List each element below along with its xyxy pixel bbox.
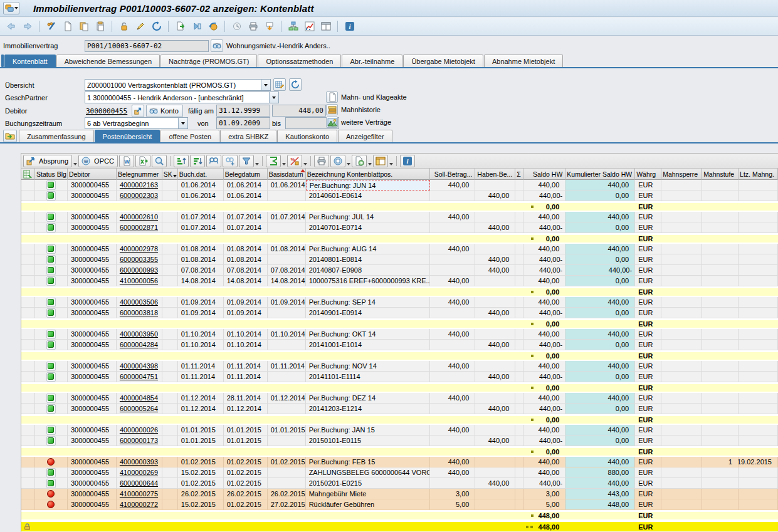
tab-abnahme-mietobjekt[interactable]: Abnahme Mietobjekt [484,55,563,67]
print-icon[interactable] [246,19,260,33]
forward-icon[interactable] [20,19,34,33]
alv-button-filter[interactable] [239,155,254,167]
menu-arrow-icon[interactable] [73,163,77,165]
subtab-anzeigefilter[interactable]: Anzeigefilter [338,130,392,142]
status-green-icon[interactable] [46,362,56,371]
beleg-link[interactable]: 4000003950 [120,330,158,338]
status-green-icon[interactable] [46,212,56,222]
tab--bergabe-mietobjekt[interactable]: Übergabe Mietobjekt [403,55,483,67]
subtab-extra-shbkz[interactable]: extra SHBKZ [220,130,276,142]
column-header-Haben-Be...[interactable]: Haben-Be... [475,169,515,180]
menu-arrow-icon[interactable] [368,163,372,165]
uebersicht-dropdown[interactable]: Z000001000 Vertragskontenblatt (PROMOS.G… [85,79,271,91]
open-amount-field[interactable]: 448,00 [272,105,326,117]
jump-icon[interactable] [132,105,144,117]
pencil-icon[interactable] [133,19,147,33]
beleg-link[interactable]: 6000000644 [120,479,158,487]
status-green-icon[interactable] [46,340,56,350]
table-row[interactable]: 3000000455600000287101.07.201401.07.2014… [21,222,778,233]
paste-page-icon[interactable] [93,19,107,33]
column-header-Saldo HW[interactable]: Saldo HW [523,169,565,180]
subtotal-row[interactable]: 0,00EUR [21,201,778,212]
status-green-icon[interactable] [46,468,56,477]
beleg-link[interactable]: 6000004284 [120,341,158,348]
beleg-link[interactable]: 6000003355 [120,256,158,263]
column-header-Währg[interactable]: Währg [635,169,661,180]
grand-total-row[interactable]: 448,00EUR [21,521,778,531]
alv-button-find-next[interactable] [223,155,238,167]
column-header-Bezeichnung Kontenblattpos.[interactable]: Bezeichnung Kontenblattpos. [306,169,431,180]
geschpartner-dropdown[interactable]: 1 3000000455 - Hendrik Anderson - [unbes… [85,91,279,103]
alv-button-sort-asc[interactable] [174,155,189,167]
alv-button-sum[interactable] [266,155,281,167]
info-icon[interactable]: i [342,19,357,33]
dropdown-arrow-icon[interactable] [178,118,187,128]
subtab-zusammenfassung[interactable]: Zusammenfassung [19,130,94,142]
beleg-link[interactable]: 4000002163 [120,181,158,189]
column-header-Belegdatum[interactable]: Belegdatum [224,169,268,180]
alv-button-excel-export[interactable] [135,155,150,167]
table-row[interactable]: 3000000455600000381801.09.201401.09.2014… [21,308,778,318]
transfer-page-icon[interactable] [173,19,187,33]
table-row[interactable]: 3000000455400000485401.12.201428.11.2014… [21,393,778,404]
status-green-icon[interactable] [46,276,56,286]
next-screen-icon[interactable] [189,19,204,33]
status-red-icon[interactable] [47,490,55,498]
table-row[interactable]: 3000000455400000216301.06.201401.06.2014… [21,180,778,190]
contract-field[interactable]: P001/10003-6607-02 [85,40,209,52]
status-green-icon[interactable] [46,298,56,307]
alv-button-jump[interactable]: Absprung [23,155,72,167]
tab-overview-icon[interactable] [3,130,17,142]
von-field[interactable]: 01.09.2009 [216,117,270,129]
alv-button-print-grid[interactable] [314,155,329,167]
beleg-link[interactable]: 4000002610 [120,213,158,221]
status-green-icon[interactable] [46,425,56,435]
beleg-link[interactable]: 4100000269 [120,469,158,476]
alv-button-find[interactable] [206,155,221,167]
tab-kontenblatt[interactable]: Kontenblatt [4,55,56,67]
status-green-icon[interactable] [46,266,56,275]
column-header-Soll-Betrag...[interactable]: Soll-Betrag... [430,169,475,180]
chart-line-icon[interactable] [302,19,317,33]
beleg-link[interactable]: 4000000026 [120,426,158,434]
status-green-icon[interactable] [46,394,56,403]
column-header-Kumulierter Saldo HW[interactable]: Kumulierter Saldo HW [565,169,635,180]
status-red-icon[interactable] [47,501,55,508]
status-green-icon[interactable] [46,436,56,446]
status-green-icon[interactable] [46,244,56,254]
column-header-Basisdatum[interactable]: Basisdatum [268,169,306,180]
customize-icon[interactable] [44,19,58,33]
subtotal-row[interactable]: 0,00EUR [21,350,778,361]
alv-button-word-doc[interactable]: W [119,155,134,167]
side-button-dunning-history[interactable]: Mahnhistorie [326,104,381,115]
status-green-icon[interactable] [46,255,56,264]
column-header-Mahnsperre[interactable]: Mahnsperre [661,169,702,180]
menu-arrow-icon[interactable] [303,163,307,165]
subtotal-row[interactable]: 0,00EUR [21,382,778,393]
table-row[interactable]: 3000000455400000039301.02.201501.02.2015… [21,457,778,467]
overview-edit-icon[interactable] [273,78,286,91]
subtotal-row[interactable]: 0,00EUR [21,286,778,297]
table-row[interactable]: 3000000455400000261001.07.201401.07.2014… [21,212,778,222]
dropdown-arrow-icon[interactable] [261,80,270,90]
alv-button-sort-desc[interactable] [190,155,205,167]
split-window-icon[interactable] [318,19,333,33]
side-button-contracts[interactable]: weitere Verträge [326,117,391,128]
column-header-selection[interactable] [21,169,35,180]
table-row[interactable]: 3000000455400000395001.10.201401.10.2014… [21,329,778,340]
status-green-icon[interactable] [46,223,56,232]
beleg-link[interactable]: 4000003506 [120,298,158,306]
download-icon[interactable] [262,19,276,33]
menu-arrow-icon[interactable] [282,163,286,165]
beleg-link[interactable]: 6000002303 [120,192,158,199]
alv-button-view-glass[interactable] [152,155,167,167]
table-row[interactable]: 3000000455600000335501.08.201401.08.2014… [21,254,778,265]
table-row[interactable]: 3000000455600000475101.11.201401.11.2014… [21,372,778,382]
status-green-icon[interactable] [46,180,56,190]
tab-optionssatzmethoden[interactable]: Optionssatzmethoden [258,55,341,67]
alv-button-opcc[interactable]: wOPCC [78,155,118,167]
select-all-icon[interactable] [23,170,32,179]
column-header-Debitor[interactable]: Debitor [68,169,117,180]
table-row[interactable]: 3000000455400000350601.09.201401.09.2014… [21,297,778,308]
refresh-icon[interactable] [289,78,302,91]
